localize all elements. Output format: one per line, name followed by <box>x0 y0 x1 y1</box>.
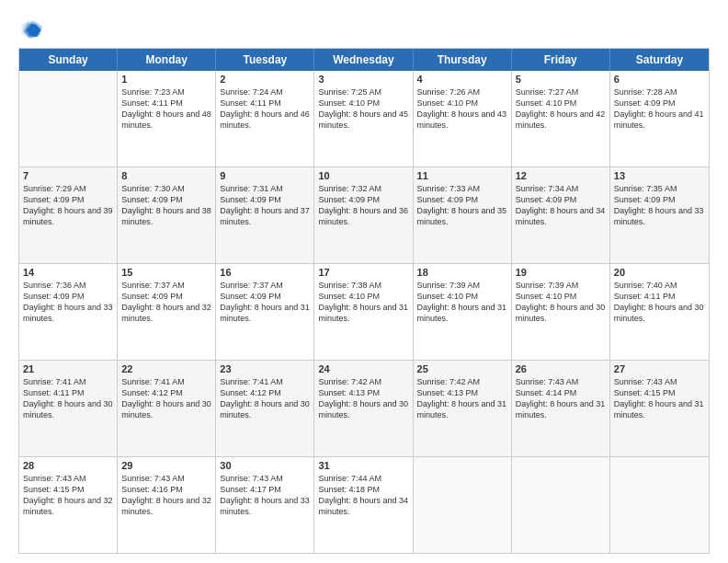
calendar-row-1: 7Sunrise: 7:29 AM Sunset: 4:09 PM Daylig… <box>19 167 709 263</box>
cell-info: Sunrise: 7:28 AM Sunset: 4:09 PM Dayligh… <box>614 86 705 132</box>
cell-info: Sunrise: 7:38 AM Sunset: 4:10 PM Dayligh… <box>318 280 408 325</box>
header-day-sunday: Sunday <box>19 49 118 71</box>
day-number: 23 <box>220 363 310 374</box>
calendar-cell: 7Sunrise: 7:29 AM Sunset: 4:09 PM Daylig… <box>19 167 118 263</box>
cell-info: Sunrise: 7:23 AM Sunset: 4:11 PM Dayligh… <box>121 86 211 132</box>
header-day-thursday: Thursday <box>414 49 512 71</box>
header-day-wednesday: Wednesday <box>314 49 413 71</box>
day-number: 29 <box>121 460 211 471</box>
cell-info: Sunrise: 7:39 AM Sunset: 4:10 PM Dayligh… <box>516 280 606 325</box>
calendar-cell: 13Sunrise: 7:35 AM Sunset: 4:09 PM Dayli… <box>610 167 709 263</box>
cell-info: Sunrise: 7:31 AM Sunset: 4:09 PM Dayligh… <box>220 183 310 228</box>
cell-info: Sunrise: 7:41 AM Sunset: 4:12 PM Dayligh… <box>220 376 310 421</box>
calendar-cell: 25Sunrise: 7:42 AM Sunset: 4:13 PM Dayli… <box>414 361 512 456</box>
calendar: SundayMondayTuesdayWednesdayThursdayFrid… <box>18 48 710 554</box>
day-number: 26 <box>516 363 606 374</box>
day-number: 13 <box>614 170 705 181</box>
calendar-cell: 30Sunrise: 7:43 AM Sunset: 4:17 PM Dayli… <box>216 457 314 553</box>
cell-info: Sunrise: 7:35 AM Sunset: 4:09 PM Dayligh… <box>614 183 705 228</box>
cell-info: Sunrise: 7:43 AM Sunset: 4:17 PM Dayligh… <box>220 473 310 518</box>
calendar-cell: 2Sunrise: 7:24 AM Sunset: 4:11 PM Daylig… <box>216 71 314 167</box>
calendar-cell <box>414 457 512 553</box>
day-number: 30 <box>220 460 310 471</box>
cell-info: Sunrise: 7:34 AM Sunset: 4:09 PM Dayligh… <box>516 183 606 228</box>
cell-info: Sunrise: 7:37 AM Sunset: 4:09 PM Dayligh… <box>220 280 310 325</box>
calendar-cell: 23Sunrise: 7:41 AM Sunset: 4:12 PM Dayli… <box>216 361 314 456</box>
day-number: 4 <box>417 74 507 85</box>
day-number: 19 <box>516 267 606 278</box>
day-number: 21 <box>23 363 113 374</box>
cell-info: Sunrise: 7:25 AM Sunset: 4:10 PM Dayligh… <box>318 86 408 132</box>
cell-info: Sunrise: 7:24 AM Sunset: 4:11 PM Dayligh… <box>220 86 310 132</box>
cell-info: Sunrise: 7:43 AM Sunset: 4:16 PM Dayligh… <box>121 473 211 518</box>
day-number: 10 <box>318 170 408 181</box>
day-number: 3 <box>318 74 408 85</box>
calendar-cell: 29Sunrise: 7:43 AM Sunset: 4:16 PM Dayli… <box>118 457 216 553</box>
day-number: 22 <box>121 363 211 374</box>
day-number: 20 <box>614 267 705 278</box>
calendar-cell: 14Sunrise: 7:36 AM Sunset: 4:09 PM Dayli… <box>19 264 118 360</box>
calendar-cell: 11Sunrise: 7:33 AM Sunset: 4:09 PM Dayli… <box>414 167 512 263</box>
cell-info: Sunrise: 7:43 AM Sunset: 4:14 PM Dayligh… <box>516 376 606 421</box>
cell-info: Sunrise: 7:39 AM Sunset: 4:10 PM Dayligh… <box>417 280 507 325</box>
cell-info: Sunrise: 7:43 AM Sunset: 4:15 PM Dayligh… <box>23 473 113 518</box>
day-number: 24 <box>318 363 408 374</box>
calendar-row-4: 28Sunrise: 7:43 AM Sunset: 4:15 PM Dayli… <box>19 456 709 553</box>
header-day-saturday: Saturday <box>610 49 709 71</box>
cell-info: Sunrise: 7:36 AM Sunset: 4:09 PM Dayligh… <box>23 280 113 325</box>
cell-info: Sunrise: 7:27 AM Sunset: 4:10 PM Dayligh… <box>516 86 606 132</box>
day-number: 7 <box>23 170 113 181</box>
calendar-cell: 3Sunrise: 7:25 AM Sunset: 4:10 PM Daylig… <box>314 71 413 167</box>
calendar-cell: 28Sunrise: 7:43 AM Sunset: 4:15 PM Dayli… <box>19 457 118 553</box>
day-number: 12 <box>516 170 606 181</box>
cell-info: Sunrise: 7:26 AM Sunset: 4:10 PM Dayligh… <box>417 86 507 132</box>
calendar-cell: 15Sunrise: 7:37 AM Sunset: 4:09 PM Dayli… <box>118 264 216 360</box>
day-number: 15 <box>121 267 211 278</box>
day-number: 2 <box>220 74 310 85</box>
cell-info: Sunrise: 7:40 AM Sunset: 4:11 PM Dayligh… <box>614 280 705 325</box>
calendar-row-2: 14Sunrise: 7:36 AM Sunset: 4:09 PM Dayli… <box>19 263 709 360</box>
calendar-cell: 27Sunrise: 7:43 AM Sunset: 4:15 PM Dayli… <box>610 361 709 456</box>
calendar-cell: 1Sunrise: 7:23 AM Sunset: 4:11 PM Daylig… <box>118 71 216 167</box>
cell-info: Sunrise: 7:42 AM Sunset: 4:13 PM Dayligh… <box>417 376 507 421</box>
logo-icon <box>18 17 44 42</box>
calendar-cell: 17Sunrise: 7:38 AM Sunset: 4:10 PM Dayli… <box>314 264 413 360</box>
day-number: 9 <box>220 170 310 181</box>
calendar-cell <box>610 457 709 553</box>
calendar-cell: 21Sunrise: 7:41 AM Sunset: 4:11 PM Dayli… <box>19 361 118 456</box>
header-day-tuesday: Tuesday <box>216 49 314 71</box>
header-day-friday: Friday <box>512 49 610 71</box>
cell-info: Sunrise: 7:30 AM Sunset: 4:09 PM Dayligh… <box>121 183 211 228</box>
calendar-cell: 24Sunrise: 7:42 AM Sunset: 4:13 PM Dayli… <box>314 361 413 456</box>
cell-info: Sunrise: 7:41 AM Sunset: 4:11 PM Dayligh… <box>23 376 113 421</box>
day-number: 17 <box>318 267 408 278</box>
cell-info: Sunrise: 7:32 AM Sunset: 4:09 PM Dayligh… <box>318 183 408 228</box>
day-number: 18 <box>417 267 507 278</box>
calendar-cell <box>512 457 610 553</box>
day-number: 11 <box>417 170 507 181</box>
calendar-cell: 12Sunrise: 7:34 AM Sunset: 4:09 PM Dayli… <box>512 167 610 263</box>
header-day-monday: Monday <box>118 49 216 71</box>
day-number: 27 <box>614 363 705 374</box>
cell-info: Sunrise: 7:44 AM Sunset: 4:18 PM Dayligh… <box>318 473 408 518</box>
day-number: 28 <box>23 460 113 471</box>
calendar-cell: 20Sunrise: 7:40 AM Sunset: 4:11 PM Dayli… <box>610 264 709 360</box>
cell-info: Sunrise: 7:33 AM Sunset: 4:09 PM Dayligh… <box>417 183 507 228</box>
cell-info: Sunrise: 7:29 AM Sunset: 4:09 PM Dayligh… <box>23 183 113 228</box>
calendar-cell: 22Sunrise: 7:41 AM Sunset: 4:12 PM Dayli… <box>118 361 216 456</box>
calendar-header: SundayMondayTuesdayWednesdayThursdayFrid… <box>19 49 709 71</box>
calendar-page: SundayMondayTuesdayWednesdayThursdayFrid… <box>0 0 728 563</box>
calendar-cell <box>19 71 118 167</box>
calendar-cell: 9Sunrise: 7:31 AM Sunset: 4:09 PM Daylig… <box>216 167 314 263</box>
day-number: 25 <box>417 363 507 374</box>
calendar-row-0: 1Sunrise: 7:23 AM Sunset: 4:11 PM Daylig… <box>19 71 709 167</box>
calendar-cell: 18Sunrise: 7:39 AM Sunset: 4:10 PM Dayli… <box>414 264 512 360</box>
day-number: 31 <box>318 460 408 471</box>
day-number: 1 <box>121 74 211 85</box>
day-number: 16 <box>220 267 310 278</box>
calendar-cell: 4Sunrise: 7:26 AM Sunset: 4:10 PM Daylig… <box>414 71 512 167</box>
calendar-cell: 8Sunrise: 7:30 AM Sunset: 4:09 PM Daylig… <box>118 167 216 263</box>
cell-info: Sunrise: 7:37 AM Sunset: 4:09 PM Dayligh… <box>121 280 211 325</box>
cell-info: Sunrise: 7:41 AM Sunset: 4:12 PM Dayligh… <box>121 376 211 421</box>
calendar-cell: 19Sunrise: 7:39 AM Sunset: 4:10 PM Dayli… <box>512 264 610 360</box>
